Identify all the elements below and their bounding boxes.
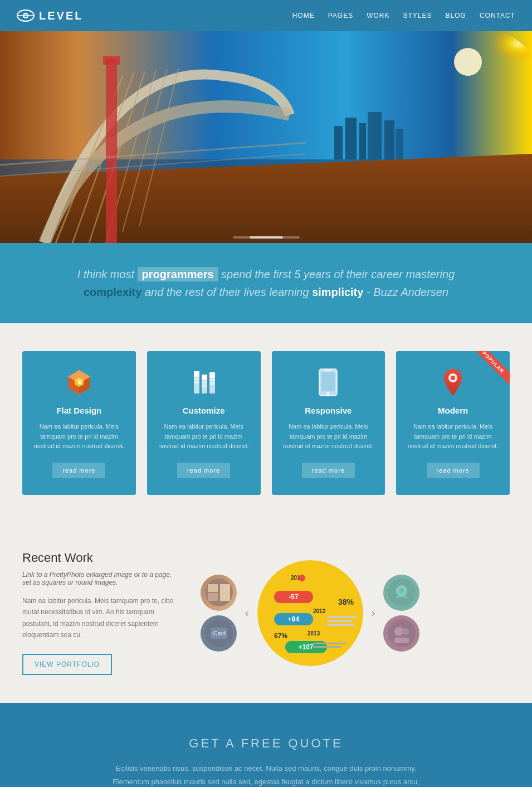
svg-rect-75 xyxy=(313,643,346,644)
quote-highlight: programmers xyxy=(138,267,218,281)
svg-text:2012: 2012 xyxy=(313,608,326,614)
responsive-read-more[interactable]: read more xyxy=(302,463,355,478)
svg-text:38%: 38% xyxy=(338,597,354,606)
svg-rect-35 xyxy=(194,378,199,380)
customize-read-more[interactable]: read more xyxy=(177,463,230,478)
flat-design-read-more[interactable]: read more xyxy=(52,463,105,478)
svg-point-47 xyxy=(327,392,330,395)
svg-rect-17 xyxy=(103,56,120,65)
feature-card-responsive: Responsive Nam ea labitur pericula. Meis… xyxy=(272,351,385,495)
svg-text:+94: +94 xyxy=(287,615,299,623)
hero-scrollbar xyxy=(233,236,300,239)
svg-point-81 xyxy=(394,627,403,636)
svg-rect-46 xyxy=(321,372,335,391)
quote-text: I think most programmers spend the first… xyxy=(33,265,499,301)
svg-rect-54 xyxy=(220,584,230,601)
svg-rect-52 xyxy=(208,584,218,592)
svg-point-79 xyxy=(399,588,404,594)
svg-text:2013: 2013 xyxy=(308,630,320,637)
responsive-desc: Nam ea labitur pericula. Meis tamquam pr… xyxy=(283,422,374,451)
quote-after-complexity: and the rest of their lives learning xyxy=(145,286,312,298)
svg-rect-44 xyxy=(209,382,215,385)
carousel-thumb-1[interactable] xyxy=(201,575,237,611)
svg-rect-42 xyxy=(209,372,215,378)
svg-rect-21 xyxy=(345,118,357,159)
nav-blog[interactable]: BLOG xyxy=(446,12,466,20)
hero-scrollbar-thumb xyxy=(250,236,283,239)
feature-card-modern: Modern Nam ea labitur pericula. Meis tam… xyxy=(396,351,510,495)
flat-design-title: Flat Design xyxy=(33,406,125,415)
quote-complexity: complexity xyxy=(84,286,141,298)
svg-rect-23 xyxy=(368,112,382,159)
svg-point-82 xyxy=(402,628,409,635)
free-quote-section: GET A FREE QUOTE Ecilisis venenatis risu… xyxy=(0,703,532,787)
svg-text:-57: -57 xyxy=(289,593,299,601)
nav-contact[interactable]: CONTACT xyxy=(480,12,515,20)
free-quote-desc: Ecilisis venenatis risus, suspendisse ac… xyxy=(99,762,433,787)
svg-rect-53 xyxy=(208,593,218,601)
recent-work-section: Recent Work Link to a PrettyPhoto enlarg… xyxy=(0,523,532,703)
carousel-thumb-4[interactable] xyxy=(383,615,419,652)
hero-section xyxy=(0,31,532,243)
carousel-next-button[interactable]: › xyxy=(369,604,378,622)
carousel-main-item[interactable]: 2011 -57 38% 2012 +94 67% 2013 +107 xyxy=(257,560,363,666)
carousel-thumb-3[interactable] xyxy=(383,575,419,611)
svg-rect-76 xyxy=(313,646,341,648)
quote-simplicity: simplicity xyxy=(312,286,363,298)
svg-rect-22 xyxy=(359,123,366,159)
svg-rect-36 xyxy=(194,381,199,383)
customize-title: Customize xyxy=(158,406,250,415)
svg-rect-16 xyxy=(106,59,117,243)
carousel-prev-button[interactable]: ‹ xyxy=(242,604,252,622)
logo[interactable]: LEVEL xyxy=(17,9,83,22)
svg-point-6 xyxy=(454,48,482,76)
svg-rect-24 xyxy=(384,120,394,159)
flat-design-desc: Nam ea labitur pericula. Meis tamquam pr… xyxy=(33,422,125,451)
nav-styles[interactable]: STYLES xyxy=(403,12,432,20)
quote-middle: spend the first 5 years of their career … xyxy=(221,268,455,280)
modern-read-more[interactable]: read more xyxy=(427,463,480,478)
svg-point-61 xyxy=(299,575,305,581)
svg-rect-73 xyxy=(327,620,352,622)
nav-work[interactable]: WORK xyxy=(367,12,389,20)
flat-design-icon: ★ xyxy=(33,368,125,399)
logo-text: LEVEL xyxy=(39,9,83,22)
feature-card-customize: Customize Nam ea labitur pericula. Meis … xyxy=(147,351,261,495)
logo-eye-icon xyxy=(17,9,35,22)
hero-image xyxy=(0,31,532,243)
features-grid: ★ Flat Design Nam ea labitur pericula. M… xyxy=(22,351,510,495)
svg-rect-40 xyxy=(202,385,207,387)
carousel-thumb-2[interactable]: iCard xyxy=(201,615,237,652)
modern-icon xyxy=(407,368,499,399)
svg-text:iCard: iCard xyxy=(212,630,226,637)
nav-pages[interactable]: PAGES xyxy=(328,12,353,20)
view-portfolio-button[interactable]: VIEW PORTFOLIO xyxy=(22,654,112,675)
svg-text:67%: 67% xyxy=(274,632,287,640)
svg-rect-43 xyxy=(209,379,215,381)
features-section: ★ Flat Design Nam ea labitur pericula. M… xyxy=(0,323,532,523)
svg-rect-34 xyxy=(194,371,199,377)
portfolio-carousel: iCard ‹ 2011 -57 xyxy=(201,551,510,676)
svg-rect-72 xyxy=(327,616,358,618)
svg-point-50 xyxy=(451,376,455,380)
svg-rect-83 xyxy=(394,638,409,643)
free-quote-title: GET A FREE QUOTE xyxy=(45,736,487,751)
svg-rect-39 xyxy=(202,381,207,383)
svg-rect-38 xyxy=(202,375,207,380)
svg-text:★: ★ xyxy=(77,379,83,386)
modern-title: Modern xyxy=(407,406,499,415)
svg-rect-25 xyxy=(396,129,403,159)
nav-home[interactable]: HOME xyxy=(292,12,315,20)
recent-work-subtitle: Link to a PrettyPhoto enlarged image or … xyxy=(22,571,178,586)
main-nav: HOME PAGES WORK STYLES BLOG CONTACT xyxy=(292,12,515,20)
svg-text:+107: +107 xyxy=(298,643,313,651)
svg-rect-74 xyxy=(327,624,355,626)
feature-card-flat-design: ★ Flat Design Nam ea labitur pericula. M… xyxy=(22,351,136,495)
customize-desc: Nam ea labitur pericula. Meis tamquam pr… xyxy=(158,422,250,451)
modern-desc: Nam ea labitur pericula. Meis tamquam pr… xyxy=(407,422,499,451)
customize-icon xyxy=(158,368,250,399)
bridge-decoration xyxy=(0,31,532,243)
responsive-title: Responsive xyxy=(283,406,374,415)
svg-rect-20 xyxy=(334,126,343,159)
recent-work-desc: Nam ea labitur pericula. Meis tamquam pr… xyxy=(22,595,178,641)
